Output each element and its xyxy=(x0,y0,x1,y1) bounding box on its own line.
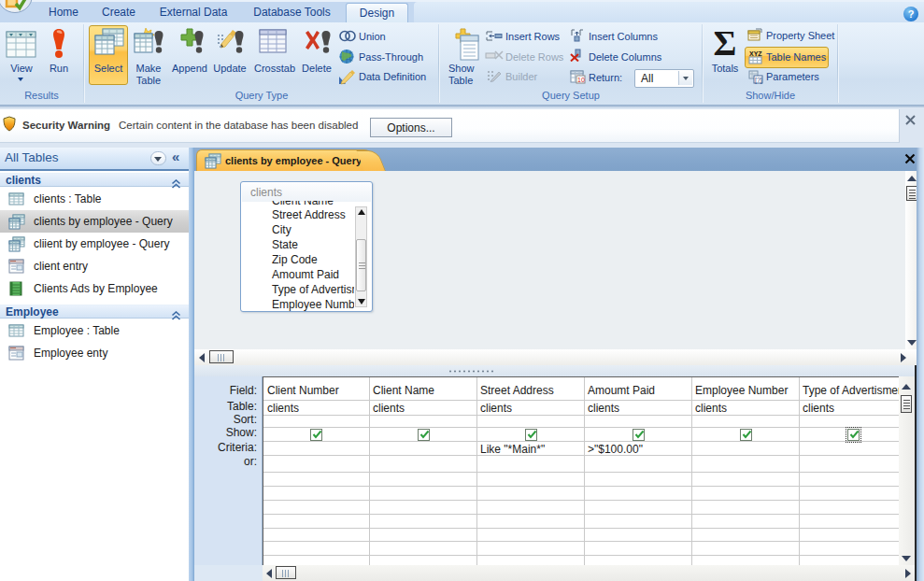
svg-text:10: 10 xyxy=(577,77,585,83)
svg-text:[?]: [?] xyxy=(755,77,762,84)
svg-text:XYZ: XYZ xyxy=(749,50,762,57)
